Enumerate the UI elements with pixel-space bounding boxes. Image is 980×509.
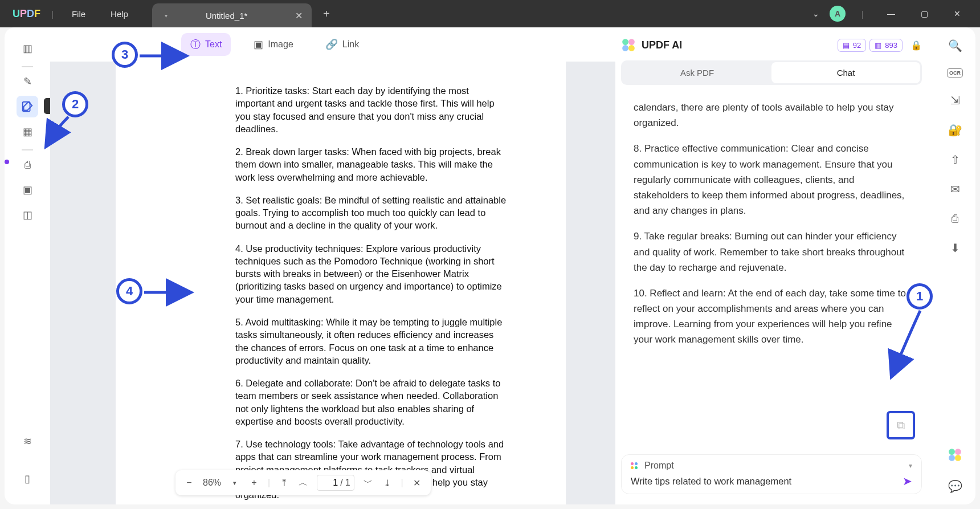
image-icon: ▣	[254, 38, 263, 51]
ai-panel-title: UPDF AI	[642, 39, 682, 51]
active-tool-indicator	[5, 160, 9, 164]
ocr-icon[interactable]: OCR	[947, 68, 963, 78]
redact-icon[interactable]: ⎙	[17, 154, 38, 176]
zoom-dropdown-icon[interactable]: ▾	[229, 479, 240, 487]
zoom-out-button[interactable]: −	[183, 478, 195, 488]
share-icon[interactable]: ⇧	[950, 153, 960, 166]
maximize-icon[interactable]: ▢	[913, 9, 936, 18]
ai-paragraph: 10. Reflect and learn: At the end of eac…	[634, 286, 909, 348]
separator	[22, 149, 33, 150]
user-avatar[interactable]: A	[830, 6, 846, 22]
paragraph[interactable]: 3. Set realistic goals: Be mindful of se…	[235, 194, 509, 232]
edit-image-label: Image	[268, 39, 293, 50]
prompt-input[interactable]	[631, 476, 896, 487]
menu-help[interactable]: Help	[111, 9, 128, 19]
tab-dropdown-icon[interactable]: ▾	[161, 10, 172, 21]
paragraph[interactable]: 1. Prioritize tasks: Start each day by i…	[235, 84, 509, 135]
document-page[interactable]: 1. Prioritize tasks: Start each day by i…	[116, 62, 566, 504]
print-icon[interactable]: ⎙	[952, 212, 958, 225]
svg-point-8	[955, 455, 961, 461]
link-icon: 🔗	[325, 38, 338, 51]
close-window-icon[interactable]: ✕	[946, 9, 969, 18]
edit-pdf-icon[interactable]: Edit PDF	[17, 96, 38, 117]
close-controls-icon[interactable]: ✕	[411, 478, 423, 488]
edit-link-button[interactable]: 🔗 Link	[316, 34, 368, 55]
copy-response-button[interactable]: ⧉	[887, 411, 915, 439]
page-controls: − 86% ▾ + | ⤒ ︿ / 1 ﹀ ⤓ | ✕	[175, 470, 431, 495]
crop-icon[interactable]: ▣	[17, 179, 38, 201]
updf-ai-logo-icon	[621, 38, 636, 52]
credits-badge-2[interactable]: ▥893	[869, 39, 903, 52]
export-icon[interactable]: ⇲	[950, 93, 960, 107]
edit-toolbar: Ⓣ Text ▣ Image 🔗 Link	[50, 27, 615, 62]
title-bar: UPDF | File Help ▾ Untitled_1* ✕ + ⌄ A |…	[0, 0, 980, 27]
comment-icon[interactable]: ✎	[17, 71, 38, 92]
minimize-icon[interactable]: —	[880, 9, 903, 18]
paragraph[interactable]: 2. Break down larger tasks: When faced w…	[235, 145, 509, 184]
paragraph[interactable]: 5. Avoid multitasking: While it may be t…	[235, 316, 509, 367]
first-page-icon[interactable]: ⤒	[278, 478, 289, 488]
separator	[22, 66, 33, 67]
ai-panel: UPDF AI ▤92 ▥893 🔒 Ask PDF Chat calendar…	[615, 27, 934, 504]
bookmark-icon[interactable]: ▯	[17, 468, 38, 490]
page-number-input[interactable]	[321, 478, 338, 488]
save-icon[interactable]: ⬇	[950, 241, 960, 255]
ai-paragraph: 9. Take regular breaks: Burning out can …	[634, 229, 909, 275]
separator: |	[268, 478, 270, 488]
lock-icon[interactable]: 🔒	[910, 40, 922, 51]
next-page-icon[interactable]: ﹀	[362, 477, 374, 489]
svg-point-1	[622, 39, 628, 45]
new-tab-icon[interactable]: +	[323, 7, 330, 21]
svg-point-2	[628, 39, 635, 45]
close-tab-icon[interactable]: ✕	[295, 10, 303, 21]
prompt-label: Prompt	[644, 461, 674, 471]
ai-paragraph: 8. Practice effective communication: Cle…	[634, 141, 909, 218]
paragraph[interactable]: 4. Use productivity techniques: Explore …	[235, 242, 509, 306]
right-toolbar: 🔍 OCR ⇲ 🔐 ⇧ ✉ ⎙ ⬇ 💬	[934, 27, 975, 504]
svg-point-5	[949, 449, 955, 455]
page-total: 1	[345, 478, 350, 488]
email-icon[interactable]: ✉	[950, 182, 960, 196]
edit-text-label: Text	[205, 39, 222, 50]
collapse-icon[interactable]: ⌄	[812, 9, 819, 18]
separator: |	[401, 478, 403, 488]
edit-link-label: Link	[342, 39, 359, 50]
compare-icon[interactable]: ◫	[17, 204, 38, 226]
comments-panel-icon[interactable]: 💬	[948, 479, 962, 493]
paragraph[interactable]: 6. Delegate and collaborate: Don't be af…	[235, 377, 509, 427]
separator: |	[861, 9, 864, 19]
prev-page-icon[interactable]: ︿	[297, 477, 309, 489]
text-icon: Ⓣ	[190, 38, 201, 51]
menu-file[interactable]: File	[72, 9, 85, 19]
document-tab[interactable]: ▾ Untitled_1* ✕	[152, 3, 312, 27]
zoom-in-button[interactable]: +	[248, 478, 260, 488]
ai-tabs: Ask PDF Chat	[621, 60, 922, 85]
svg-point-6	[955, 449, 961, 455]
last-page-icon[interactable]: ⤓	[382, 478, 393, 488]
organize-pages-icon[interactable]: ▦	[17, 121, 38, 142]
page-number-field[interactable]: / 1	[317, 475, 354, 491]
svg-point-4	[628, 45, 635, 51]
document-viewport[interactable]: 1. Prioritize tasks: Start each day by i…	[50, 62, 615, 504]
credits-badge-1[interactable]: ▤92	[838, 39, 866, 52]
left-toolbar: ▥ ✎ Edit PDF ▦ ⎙ ▣ ◫ ≋ ▯	[5, 27, 50, 504]
tab-chat[interactable]: Chat	[771, 62, 920, 83]
svg-point-7	[949, 455, 955, 461]
tab-ask-pdf[interactable]: Ask PDF	[623, 62, 771, 83]
ai-paragraph: calendars, there are plenty of tools ava…	[634, 100, 909, 131]
copy-icon: ⧉	[897, 416, 905, 434]
ai-response-area[interactable]: calendars, there are plenty of tools ava…	[621, 93, 922, 446]
layers-icon[interactable]: ≋	[17, 430, 38, 452]
edit-text-button[interactable]: Ⓣ Text	[181, 33, 231, 56]
search-icon[interactable]: 🔍	[948, 39, 962, 52]
reader-icon[interactable]: ▥	[17, 38, 38, 59]
protect-icon[interactable]: 🔐	[948, 123, 962, 137]
prompt-dropdown-icon[interactable]: ▾	[909, 462, 912, 470]
separator: |	[51, 9, 54, 19]
edit-image-button[interactable]: ▣ Image	[244, 34, 302, 55]
updf-ai-toggle-icon[interactable]	[948, 447, 962, 462]
send-button[interactable]: ➤	[903, 474, 912, 488]
app-logo: UPDF	[0, 8, 46, 20]
svg-point-3	[622, 45, 628, 51]
tab-title: Untitled_1*	[206, 11, 284, 21]
